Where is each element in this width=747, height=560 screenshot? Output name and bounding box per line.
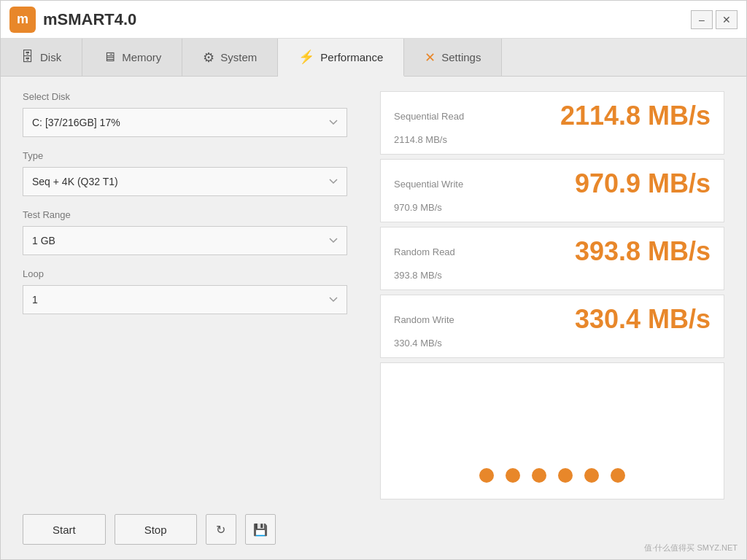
window-controls: – ✕ <box>691 10 738 29</box>
sequential-write-label: Sequential Write <box>394 179 463 190</box>
test-range-label: Test Range <box>23 209 358 220</box>
title-left: m mSMART4.0 <box>9 7 136 33</box>
performance-icon: ⚡ <box>298 49 314 65</box>
main-content: Select Disk C: [37/216GB] 17% Type Seq +… <box>1 77 746 514</box>
tab-memory[interactable]: 🖥 Memory <box>82 39 182 76</box>
dots-row <box>394 461 711 490</box>
tab-bar: 🗄 Disk 🖥 Memory ⚙ System ⚡ Performance ✕… <box>1 39 746 77</box>
system-icon: ⚙ <box>203 50 214 66</box>
loop-dropdown[interactable]: 1 <box>23 285 347 314</box>
app-title: mSMART4.0 <box>43 10 136 29</box>
dots-card <box>380 362 724 499</box>
disk-icon: 🗄 <box>21 50 34 65</box>
type-dropdown[interactable]: Seq + 4K (Q32 T1) <box>23 167 347 196</box>
dot-6 <box>611 468 625 483</box>
dot-5 <box>584 468 599 483</box>
app-logo: m <box>9 7 36 33</box>
watermark: 值·什么值得买 SMYZ.NET <box>644 542 738 553</box>
start-button[interactable]: Start <box>23 514 106 545</box>
random-write-value: 330.4 MB/s <box>575 304 711 335</box>
type-group: Type Seq + 4K (Q32 T1) <box>23 150 358 196</box>
random-read-small: 393.8 MB/s <box>394 270 711 281</box>
sequential-write-small: 970.9 MB/s <box>394 202 711 213</box>
random-read-card: Random Read 393.8 MB/s 393.8 MB/s <box>380 227 724 290</box>
refresh-button[interactable]: ↻ <box>206 514 236 545</box>
random-write-card: Random Write 330.4 MB/s 330.4 MB/s <box>380 295 724 358</box>
right-panel: Sequential Read 2114.8 MB/s 2114.8 MB/s … <box>380 91 724 499</box>
select-disk-group: Select Disk C: [37/216GB] 17% <box>23 91 358 137</box>
left-panel: Select Disk C: [37/216GB] 17% Type Seq +… <box>23 91 358 499</box>
random-write-label: Random Write <box>394 314 454 325</box>
loop-label: Loop <box>23 268 358 279</box>
save-button[interactable]: 💾 <box>245 514 276 545</box>
test-range-group: Test Range 1 GB <box>23 209 358 255</box>
dot-3 <box>532 468 546 483</box>
sequential-write-value: 970.9 MB/s <box>575 168 711 199</box>
tab-disk-label: Disk <box>40 51 61 63</box>
save-icon: 💾 <box>253 523 268 537</box>
refresh-icon: ↻ <box>216 523 225 537</box>
sequential-write-card: Sequential Write 970.9 MB/s 970.9 MB/s <box>380 159 724 222</box>
tab-performance[interactable]: ⚡ Performance <box>278 39 404 77</box>
dot-4 <box>558 468 573 483</box>
dot-2 <box>506 468 520 483</box>
tab-system-label: System <box>220 51 257 63</box>
tab-memory-label: Memory <box>122 51 161 63</box>
tab-disk[interactable]: 🗄 Disk <box>1 39 82 76</box>
title-bar: m mSMART4.0 – ✕ <box>1 1 746 39</box>
dot-1 <box>479 468 494 483</box>
memory-icon: 🖥 <box>103 50 116 65</box>
random-read-label: Random Read <box>394 246 455 257</box>
tab-performance-label: Performance <box>320 51 383 63</box>
bottom-area: Start Stop ↻ 💾 <box>1 514 746 559</box>
random-write-small: 330.4 MB/s <box>394 338 711 349</box>
close-button[interactable]: ✕ <box>716 10 738 29</box>
main-window: m mSMART4.0 – ✕ 🗄 Disk 🖥 Memory ⚙ System… <box>0 0 747 560</box>
sequential-read-value: 2114.8 MB/s <box>560 101 711 131</box>
sequential-read-card: Sequential Read 2114.8 MB/s 2114.8 MB/s <box>380 91 724 155</box>
select-disk-label: Select Disk <box>23 91 358 102</box>
sequential-read-small: 2114.8 MB/s <box>394 134 711 145</box>
random-read-value: 393.8 MB/s <box>575 236 711 267</box>
tab-system[interactable]: ⚙ System <box>182 39 278 76</box>
tab-settings-label: Settings <box>441 51 481 63</box>
settings-icon: ✕ <box>425 50 436 66</box>
select-disk-dropdown[interactable]: C: [37/216GB] 17% <box>23 108 347 137</box>
sequential-read-label: Sequential Read <box>394 111 464 122</box>
type-label: Type <box>23 150 358 161</box>
test-range-dropdown[interactable]: 1 GB <box>23 226 347 255</box>
loop-group: Loop 1 <box>23 268 358 314</box>
minimize-button[interactable]: – <box>691 10 713 29</box>
stop-button[interactable]: Stop <box>115 514 197 545</box>
tab-settings[interactable]: ✕ Settings <box>404 39 502 76</box>
